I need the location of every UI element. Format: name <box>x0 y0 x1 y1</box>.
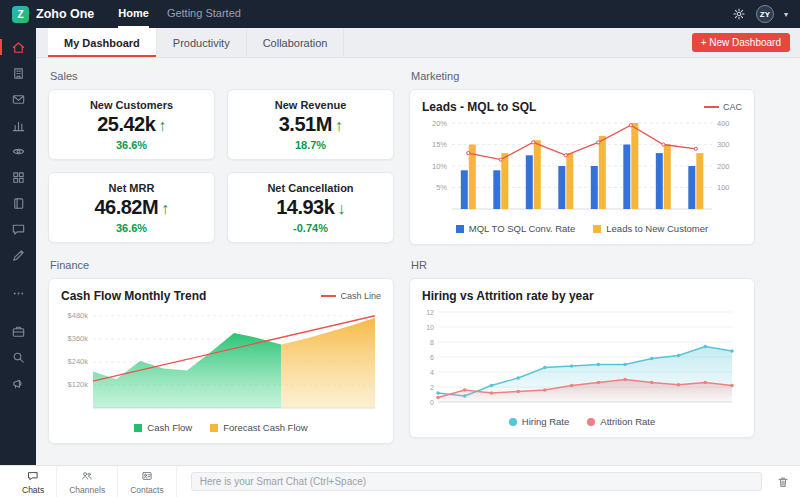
marketing-bar-line-chart: 5%10010%20015%30020%400 <box>422 117 742 221</box>
sidebar-organization-icon[interactable] <box>0 60 36 86</box>
hr-chart-card: Hiring vs Attrition rate by year 0246810… <box>409 278 755 438</box>
chevron-down-icon[interactable]: ▾ <box>784 10 788 19</box>
marketing-section: Marketing Leads - MQL to SQL CAC 5%10010… <box>409 68 755 245</box>
tab-collaboration[interactable]: Collaboration <box>247 28 345 57</box>
sidebar-briefcase-icon[interactable] <box>0 318 36 344</box>
topbar-right: ZY ▾ <box>732 5 788 23</box>
svg-text:0: 0 <box>430 399 434 406</box>
user-avatar[interactable]: ZY <box>756 5 774 23</box>
main-area: My DashboardProductivityCollaboration + … <box>36 28 800 465</box>
sidebar-chart-icon[interactable] <box>0 112 36 138</box>
sidebar-apps-icon[interactable] <box>0 164 36 190</box>
kpi-value: 14.93k↓ <box>234 196 387 220</box>
red-line-swatch <box>321 295 336 297</box>
bin-icon[interactable] <box>776 475 790 489</box>
chat-tabs: ChatsChannelsContacts <box>10 466 177 497</box>
legend-item-cash-flow[interactable]: Cash Flow <box>134 422 192 433</box>
kpi-card-net-cancellation[interactable]: Net Cancellation14.93k↓-0.74% <box>227 172 394 243</box>
kpi-label: Net MRR <box>55 182 208 194</box>
svg-text:10: 10 <box>426 324 434 331</box>
trend-up-arrow-icon: ↑ <box>335 117 343 134</box>
svg-text:200: 200 <box>717 162 730 171</box>
svg-text:400: 400 <box>717 119 730 128</box>
kpi-value: 25.42k↑ <box>55 113 208 137</box>
legend-swatch <box>593 225 601 233</box>
sales-kpi-grid: New Customers25.42k↑36.6%New Revenue3.51… <box>48 89 394 243</box>
legend-label: Cash Flow <box>147 422 192 433</box>
contacts-icon <box>141 470 153 484</box>
sidebar-chat-icon[interactable] <box>0 216 36 242</box>
legend-item-attrition-rate[interactable]: Attrition Rate <box>587 416 655 427</box>
finance-card-header: Cash Flow Monthly Trend Cash Line <box>61 289 381 303</box>
settings-gear-icon[interactable] <box>732 7 746 21</box>
chatbar-tab-chats[interactable]: Chats <box>10 466 57 497</box>
kpi-card-new-customers[interactable]: New Customers25.42k↑36.6% <box>48 89 215 160</box>
marketing-chart-legend: MQL TO SQL Conv. RateLeads to New Custom… <box>422 223 742 234</box>
kpi-delta: 18.7% <box>234 139 387 151</box>
svg-text:$120k: $120k <box>68 380 89 389</box>
chat-bubble-icon <box>27 470 39 484</box>
cac-legend-label: CAC <box>723 102 742 112</box>
tab-my-dashboard[interactable]: My Dashboard <box>48 28 157 57</box>
topnav-getting-started[interactable]: Getting Started <box>167 0 241 28</box>
kpi-delta: 36.6% <box>55 222 208 234</box>
trend-up-arrow-icon: ↑ <box>161 200 169 217</box>
hr-line-chart: 024681012 <box>422 306 742 414</box>
sidebar-eye-icon[interactable] <box>0 138 36 164</box>
brand: Z Zoho One <box>12 6 94 23</box>
chatbar-tab-channels[interactable]: Channels <box>57 466 118 497</box>
hr-chart-legend: Hiring RateAttrition Rate <box>422 416 742 427</box>
sidebar-more-dots-icon[interactable] <box>0 280 36 306</box>
cash-line-legend-label: Cash Line <box>340 291 381 301</box>
finance-area-chart: $120k$240k$360k$480k <box>61 306 381 420</box>
chatbar-tab-contacts[interactable]: Contacts <box>118 466 177 497</box>
dashboard-tabs: My DashboardProductivityCollaboration <box>48 28 344 57</box>
kpi-label: New Customers <box>55 99 208 111</box>
new-dashboard-button[interactable]: + New Dashboard <box>692 33 790 52</box>
svg-text:6: 6 <box>430 354 434 361</box>
cac-line-legend: CAC <box>704 102 742 112</box>
kpi-delta: -0.74% <box>234 222 387 234</box>
legend-item-mql-to-sql-conv-rate[interactable]: MQL TO SQL Conv. Rate <box>456 223 575 234</box>
smart-chat-input[interactable] <box>191 472 762 491</box>
kpi-label: Net Cancellation <box>234 182 387 194</box>
svg-text:$480k: $480k <box>68 311 89 320</box>
kpi-value: 3.51M↑ <box>234 113 387 137</box>
marketing-chart-card: Leads - MQL to SQL CAC 5%10010%20015%300… <box>409 89 755 245</box>
trend-down-arrow-icon: ↓ <box>337 200 345 217</box>
kpi-label: New Revenue <box>234 99 387 111</box>
legend-item-forecast-cash-flow[interactable]: Forecast Cash Flow <box>210 422 307 433</box>
sidebar-search-icon[interactable] <box>0 344 36 370</box>
sidebar-home-icon[interactable] <box>0 34 36 60</box>
tab-productivity[interactable]: Productivity <box>157 28 247 57</box>
legend-label: Hiring Rate <box>522 416 570 427</box>
dashboard-content: Sales New Customers25.42k↑36.6%New Reven… <box>36 58 800 465</box>
legend-swatch <box>587 418 595 426</box>
sidebar-notebook-icon[interactable] <box>0 190 36 216</box>
legend-label: MQL TO SQL Conv. Rate <box>469 223 575 234</box>
chat-tab-label: Chats <box>22 485 44 495</box>
cash-line-legend: Cash Line <box>321 291 381 301</box>
svg-text:5%: 5% <box>436 183 447 192</box>
finance-section: Finance Cash Flow Monthly Trend Cash Lin… <box>48 257 394 444</box>
dashboard-tabbar: My DashboardProductivityCollaboration + … <box>36 28 800 58</box>
legend-swatch <box>456 225 464 233</box>
zoho-one-logo-icon: Z <box>12 6 29 23</box>
legend-item-hiring-rate[interactable]: Hiring Rate <box>509 416 570 427</box>
legend-label: Attrition Rate <box>600 416 655 427</box>
kpi-card-net-mrr[interactable]: Net MRR46.82M↑36.6% <box>48 172 215 243</box>
sales-section-title: Sales <box>50 70 394 82</box>
svg-text:4: 4 <box>430 369 434 376</box>
kpi-delta: 36.6% <box>55 139 208 151</box>
kpi-card-new-revenue[interactable]: New Revenue3.51M↑18.7% <box>227 89 394 160</box>
sidebar-megaphone-icon[interactable] <box>0 370 36 396</box>
legend-swatch <box>509 418 517 426</box>
topnav-home[interactable]: Home <box>118 0 149 28</box>
sidebar-mail-icon[interactable] <box>0 86 36 112</box>
finance-chart-legend: Cash FlowForecast Cash Flow <box>61 422 381 433</box>
legend-item-leads-to-new-customer[interactable]: Leads to New Customer <box>593 223 708 234</box>
hr-card-header: Hiring vs Attrition rate by year <box>422 289 742 303</box>
svg-text:2: 2 <box>430 384 434 391</box>
sidebar-edit-icon[interactable] <box>0 242 36 268</box>
marketing-card-header: Leads - MQL to SQL CAC <box>422 100 742 114</box>
